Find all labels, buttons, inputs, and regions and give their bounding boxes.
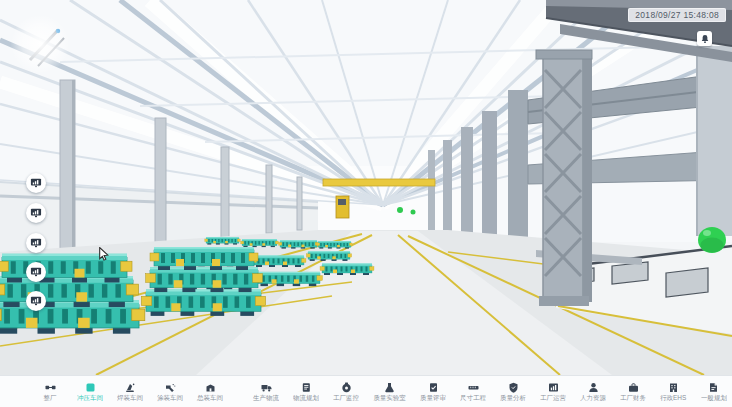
factory-overview-icon [45, 382, 56, 393]
monitor-chart-icon [30, 207, 42, 219]
operations-chart-icon [548, 382, 559, 393]
hotspot-button-5[interactable] [26, 291, 46, 311]
toolbar-item-logistics-planning[interactable]: 物流规划 [292, 382, 320, 402]
toolbar-item-painting-workshop[interactable]: 涂装车间 [156, 382, 184, 402]
toolbar-item-label: 冲压车间 [77, 394, 103, 401]
toolbar-item-label: 涂装车间 [157, 394, 183, 401]
person-icon [588, 382, 599, 393]
toolbar-item-quality-lab[interactable]: 质量实验室 [372, 382, 407, 402]
toolbar-item-factory-finance[interactable]: 工厂财务 [619, 382, 647, 402]
toolbar-item-factory-operations[interactable]: 工厂运营 [539, 382, 567, 402]
toolbar-item-label: 总装车间 [197, 394, 223, 401]
workshop-group: 整厂 冲压车间 焊装车间 [36, 382, 224, 402]
toolbar-item-label: 质量实验室 [374, 394, 406, 401]
toolbar-item-label: 工厂监控 [333, 394, 359, 401]
flask-icon [384, 382, 395, 393]
toolbar-item-label: 物流规划 [293, 394, 319, 401]
monitor-chart-icon [30, 177, 42, 189]
factory-3d-scene [0, 0, 732, 375]
toolbar-item-label: 工厂运营 [540, 394, 566, 401]
logistics-plan-icon [301, 382, 312, 393]
green-status-marker [698, 227, 726, 253]
review-doc-icon [428, 382, 439, 393]
toolbar-item-label: 尺寸工程 [460, 394, 486, 401]
painting-workshop-icon [165, 382, 176, 393]
steel-lattice-column [536, 50, 592, 306]
toolbar-item-assembly-workshop[interactable]: 总装车间 [196, 382, 224, 402]
plan-doc-icon [708, 382, 719, 393]
toolbar-item-welding-workshop[interactable]: 焊装车间 [116, 382, 144, 402]
digital-twin-app: 2018/09/27 15:48:08 [0, 0, 732, 407]
toolbar-item-label: 焊装车间 [117, 394, 143, 401]
briefcase-icon [628, 382, 639, 393]
toolbar-item-human-resources[interactable]: 人力资源 [579, 382, 607, 402]
toolbar-item-stamping-workshop[interactable]: 冲压车间 [76, 382, 104, 402]
toolbar-item-quality-review[interactable]: 质量评审 [419, 382, 447, 402]
hotspot-button-2[interactable] [26, 203, 46, 223]
notification-button[interactable] [697, 31, 712, 46]
hotspot-button-3[interactable] [26, 233, 46, 253]
stamping-workshop-icon [85, 382, 96, 393]
toolbar-item-whole-factory[interactable]: 整厂 [36, 382, 64, 402]
bottom-toolbar: 整厂 冲压车间 焊装车间 [0, 375, 732, 407]
viewport-3d[interactable]: 2018/09/27 15:48:08 [0, 0, 732, 375]
welding-workshop-icon [125, 382, 136, 393]
module-group: 生产物流 物流规划 工厂监控 [252, 382, 728, 402]
toolbar-item-general-planning[interactable]: 一般规划 [700, 382, 728, 402]
assembly-workshop-icon [205, 382, 216, 393]
toolbar-item-label: 人力资源 [580, 394, 606, 401]
ruler-icon [468, 382, 479, 393]
timestamp-chip: 2018/09/27 15:48:08 [628, 8, 726, 22]
monitor-chart-icon [30, 266, 42, 278]
building-icon [668, 382, 679, 393]
toolbar-item-label: 质量分析 [500, 394, 526, 401]
toolbar-item-label: 工厂财务 [621, 394, 647, 401]
toolbar-item-admin-ehs[interactable]: 行政EHS [659, 382, 687, 402]
crane-beam [323, 179, 435, 186]
hotspot-button-4[interactable] [26, 262, 46, 282]
toolbar-item-label: 整厂 [44, 394, 57, 401]
hotspot-button-1[interactable] [26, 173, 46, 193]
toolbar-item-dimensional-engineering[interactable]: 尺寸工程 [459, 382, 487, 402]
toolbar-item-production-logistics[interactable]: 生产物流 [252, 382, 280, 402]
toolbar-item-label: 生产物流 [253, 394, 279, 401]
toolbar-item-label: 行政EHS [661, 394, 687, 401]
toolbar-item-label: 一般规划 [701, 394, 727, 401]
enclosure-window [666, 268, 708, 297]
monitor-chart-icon [30, 295, 42, 307]
toolbar-item-quality-analysis[interactable]: 质量分析 [499, 382, 527, 402]
toolbar-item-factory-monitoring[interactable]: 工厂监控 [332, 382, 360, 402]
toolbar-item-label: 质量评审 [420, 394, 446, 401]
enclosure-window [612, 262, 648, 284]
shield-icon [508, 382, 519, 393]
camera-lens-icon [341, 382, 352, 393]
bell-icon [700, 34, 710, 44]
monitor-chart-icon [30, 237, 42, 249]
truck-icon [261, 382, 272, 393]
